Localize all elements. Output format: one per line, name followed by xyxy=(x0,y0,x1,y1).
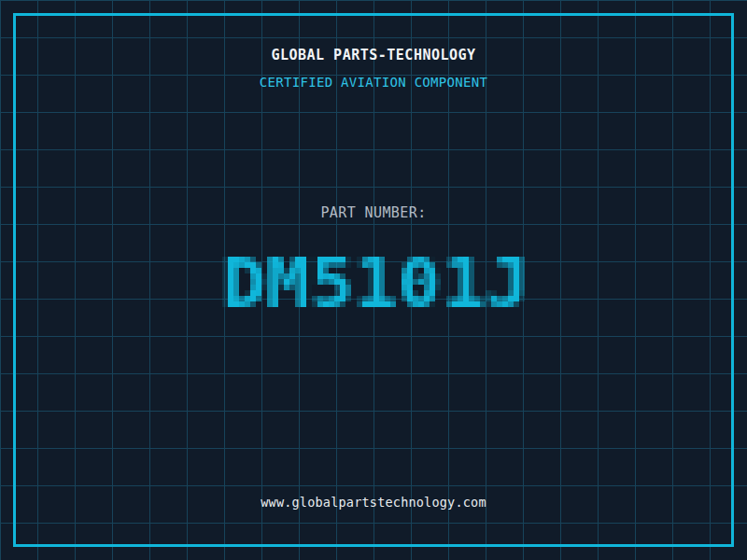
certification-subtitle: CERTIFIED AVIATION COMPONENT xyxy=(0,73,747,91)
part-number-label: PART NUMBER: xyxy=(0,203,747,222)
blueprint-placard: { "colors": { "background": "#101b29", "… xyxy=(0,0,747,560)
website-url: www.globalpartstechnology.com xyxy=(0,493,747,511)
part-number-display xyxy=(217,240,530,329)
company-title: GLOBAL PARTS-TECHNOLOGY xyxy=(0,46,747,64)
